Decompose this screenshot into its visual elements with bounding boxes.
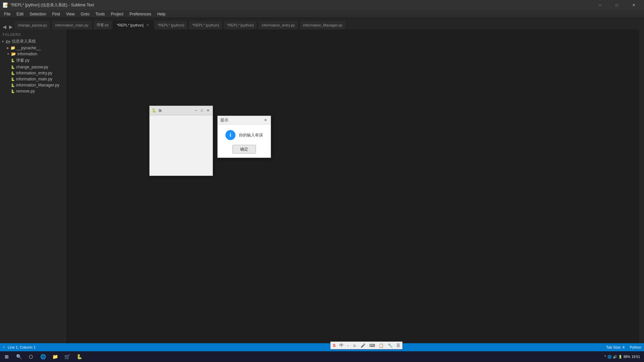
menu-view[interactable]: View <box>63 11 77 17</box>
tk-close[interactable]: ✕ <box>205 108 211 113</box>
menu-help[interactable]: Help <box>155 11 168 17</box>
start-button[interactable]: ⊞ <box>1 351 12 362</box>
sidebar-pycache-folder[interactable]: ▶ 📁 __pycache__ <box>0 45 67 51</box>
tab-repl-4[interactable]: *REPL* [python] <box>223 20 258 29</box>
ime-separator3: · <box>350 343 351 348</box>
sidebar-file-change-passw[interactable]: 🐍 change_passw.py <box>0 64 67 70</box>
info-main-label: information_main.py <box>16 77 52 81</box>
menu-selection[interactable]: Selection <box>27 11 49 17</box>
tab-repl-active[interactable]: *REPL* [python] ✕ <box>113 20 153 29</box>
tk-titlebar-controls: ─ □ ✕ <box>193 108 211 113</box>
store-button[interactable]: 🛒 <box>62 351 72 362</box>
ime-clipboard-icon[interactable]: 📋 <box>379 343 384 348</box>
menu-goto[interactable]: Goto <box>78 11 92 17</box>
close-button[interactable]: ✕ <box>626 0 641 10</box>
ime-chinese-icon[interactable]: 中 <box>339 343 343 348</box>
sidebar-file-information-entry[interactable]: 🐍 information_entry.py <box>0 70 67 76</box>
root-folder-icon: 🗁 <box>6 39 10 44</box>
popup-file-label: 弹窗.py <box>16 58 30 63</box>
menu-find[interactable]: Find <box>49 11 62 17</box>
editor-scrollbar[interactable] <box>639 29 644 343</box>
tab-repl-3[interactable]: *REPL* [python] <box>189 20 223 29</box>
edge-button[interactable]: 🌐 <box>38 351 48 362</box>
volume-icon[interactable]: 🔊 <box>613 355 617 359</box>
pycache-label: __pycache__ <box>17 46 41 50</box>
tab-change-passw[interactable]: change_passw.py <box>14 20 51 29</box>
search-button[interactable]: 🔍 <box>13 351 24 362</box>
battery-icon[interactable]: 🔋 <box>618 355 622 359</box>
tk-minimize[interactable]: ─ <box>193 108 199 113</box>
menu-file[interactable]: File <box>1 11 13 17</box>
taskbar-left: ⊞ 🔍 ⬡ 🌐 📁 🛒 🐍 <box>1 351 85 362</box>
popup-file-icon: 🐍 <box>11 59 15 62</box>
minimize-button[interactable]: ─ <box>592 0 608 10</box>
ime-tool-icon[interactable]: 🔧 <box>388 343 393 348</box>
sidebar-root-folder[interactable]: ▼ 🗁 信息录入系统 <box>0 38 67 45</box>
menu-project[interactable]: Project <box>108 11 126 17</box>
tab-close-repl[interactable]: ✕ <box>146 23 150 27</box>
tab-nav-back[interactable]: ◀ <box>1 24 8 29</box>
network-icon[interactable]: 🌐 <box>607 355 611 359</box>
battery-percent: 88% <box>624 355 630 359</box>
menu-preferences[interactable]: Preferences <box>127 11 154 17</box>
dialog-ok-button[interactable]: 确定 <box>232 145 256 154</box>
sidebar-file-information-manager[interactable]: 🐍 information_Manager.py <box>0 82 67 88</box>
editor-area[interactable] <box>67 29 644 343</box>
remove-icon: 🐍 <box>11 89 15 93</box>
tab-bar: ◀ ▶ change_passw.py information_main.py … <box>0 18 644 29</box>
information-arrow: ▼ <box>7 52 10 56</box>
ime-toolbar[interactable]: S · 中 · ◦ · ☺ · 🎤 · ⌨ · 📋 · 🔧 · ☰ <box>330 342 402 349</box>
main-layout: FOLDERS ▼ 🗁 信息录入系统 ▶ 📁 __pycache__ ▼ 📂 i… <box>0 29 644 343</box>
folders-label: FOLDERS <box>0 31 67 38</box>
tab-repl-2[interactable]: *REPL* [python] <box>154 20 188 29</box>
menu-edit[interactable]: Edit <box>14 11 26 17</box>
ime-menu-icon[interactable]: ☰ <box>396 343 400 348</box>
dialog: 提示 ✕ i 你的输入有误 确定 <box>217 116 271 158</box>
taskbar-time: 19:51 <box>632 355 640 359</box>
status-language: Python <box>630 345 641 349</box>
title-bar-left: 📝 *REPL* [python] (信息录入系统) - Sublime Tex… <box>3 2 94 8</box>
tk-window[interactable]: 🐍 tk ─ □ ✕ <box>149 106 213 176</box>
sidebar-information-folder[interactable]: ▼ 📂 information <box>0 51 67 57</box>
info-entry-icon: 🐍 <box>11 71 15 75</box>
explorer-button[interactable]: 📁 <box>50 351 60 362</box>
root-arrow: ▼ <box>1 40 4 43</box>
menu-tools[interactable]: Tools <box>93 11 108 17</box>
tk-maximize[interactable]: □ <box>199 108 205 113</box>
tab-information-manager[interactable]: information_Manager.py <box>299 20 346 29</box>
maximize-button[interactable]: □ <box>609 0 625 10</box>
pycache-folder-icon: 📁 <box>10 46 15 50</box>
ime-separator1: · <box>337 343 338 348</box>
root-folder-label: 信息录入系统 <box>12 39 36 44</box>
tk-titlebar: 🐍 tk ─ □ ✕ <box>150 106 213 115</box>
ime-dot-icon[interactable]: ◦ <box>347 343 348 348</box>
information-label: information <box>17 52 37 56</box>
tk-app-icon: 🐍 <box>152 108 157 113</box>
window-title: *REPL* [python] (信息录入系统) - Sublime Text <box>10 2 94 8</box>
sidebar-file-information-main[interactable]: 🐍 information_main.py <box>0 76 67 82</box>
tab-nav-forward[interactable]: ▶ <box>8 24 14 29</box>
chevron-icon[interactable]: ^ <box>604 355 606 359</box>
tab-popup[interactable]: 弹窗.py <box>93 20 113 29</box>
dialog-title: 提示 <box>220 117 228 123</box>
git-icon: ⑂ <box>3 345 5 349</box>
dialog-message-row: i 你的输入有误 <box>225 130 263 140</box>
status-bar: ⑂ Line 1, Column 1 Tab Size: 4 Python <box>0 343 644 351</box>
change-passw-icon: 🐍 <box>11 65 15 69</box>
ime-mic-icon[interactable]: 🎤 <box>361 343 366 348</box>
tab-information-main[interactable]: information_main.py <box>51 20 92 29</box>
sidebar-file-popup[interactable]: 🐍 弹窗.py <box>0 57 67 64</box>
app-button[interactable]: 🐍 <box>74 351 85 362</box>
sidebar: FOLDERS ▼ 🗁 信息录入系统 ▶ 📁 __pycache__ ▼ 📂 i… <box>0 29 67 343</box>
task-view-button[interactable]: ⬡ <box>25 351 36 362</box>
information-folder-icon: 📂 <box>11 52 16 56</box>
windows-taskbar: ⊞ 🔍 ⬡ 🌐 📁 🛒 🐍 ^ 🌐 🔊 🔋 88% 19:51 <box>0 351 644 362</box>
sidebar-file-remove[interactable]: 🐍 remove.py <box>0 88 67 94</box>
status-position: Line 1, Column 1 <box>8 345 36 349</box>
info-entry-label: information_entry.py <box>16 71 52 75</box>
ime-face-icon[interactable]: ☺ <box>353 343 357 348</box>
ime-keyboard-icon[interactable]: ⌨ <box>369 343 375 348</box>
dialog-close-button[interactable]: ✕ <box>263 118 268 123</box>
dialog-titlebar: 提示 ✕ <box>218 116 271 125</box>
tab-information-entry[interactable]: information_entry.py <box>258 20 299 29</box>
